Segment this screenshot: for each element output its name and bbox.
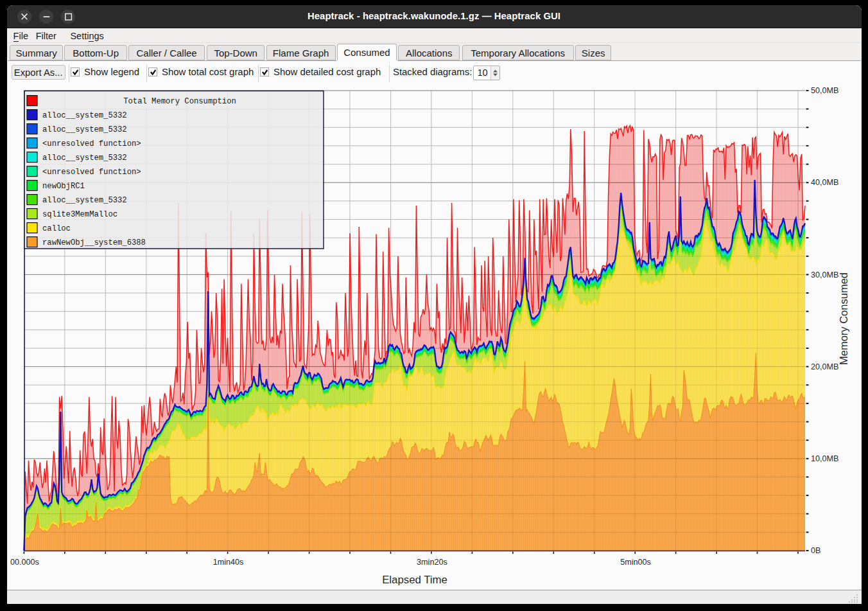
svg-text:<unresolved function>: <unresolved function> — [42, 168, 141, 177]
svg-text:40,0MB: 40,0MB — [811, 178, 838, 187]
svg-text:0B: 0B — [811, 546, 820, 555]
svg-text:10,0MB: 10,0MB — [811, 454, 838, 463]
svg-text:calloc: calloc — [42, 224, 71, 233]
svg-text:alloc__system_5332: alloc__system_5332 — [42, 111, 127, 120]
svg-text:1min40s: 1min40s — [213, 558, 244, 567]
svg-text:<unresolved function>: <unresolved function> — [42, 139, 141, 148]
svg-text:Elapsed Time: Elapsed Time — [382, 574, 447, 586]
svg-text:Memory Consumed: Memory Consumed — [838, 272, 849, 365]
svg-text:50,0MB: 50,0MB — [811, 86, 838, 95]
svg-text:00.000s: 00.000s — [10, 558, 39, 567]
svg-text:rawNewObj__system_6388: rawNewObj__system_6388 — [42, 238, 146, 247]
svg-text:5min00s: 5min00s — [620, 558, 651, 567]
svg-text:newObjRC1: newObjRC1 — [42, 182, 85, 191]
svg-text:3min20s: 3min20s — [417, 558, 447, 567]
svg-text:alloc__system_5332: alloc__system_5332 — [42, 125, 127, 134]
svg-text:20,0MB: 20,0MB — [811, 362, 838, 371]
svg-text:alloc__system_5332: alloc__system_5332 — [42, 196, 127, 205]
svg-text:Total Memory Consumption: Total Memory Consumption — [123, 97, 236, 106]
svg-text:30,0MB: 30,0MB — [811, 270, 838, 279]
svg-text:sqlite3MemMalloc: sqlite3MemMalloc — [42, 210, 117, 219]
svg-text:alloc__system_5332: alloc__system_5332 — [42, 154, 127, 163]
